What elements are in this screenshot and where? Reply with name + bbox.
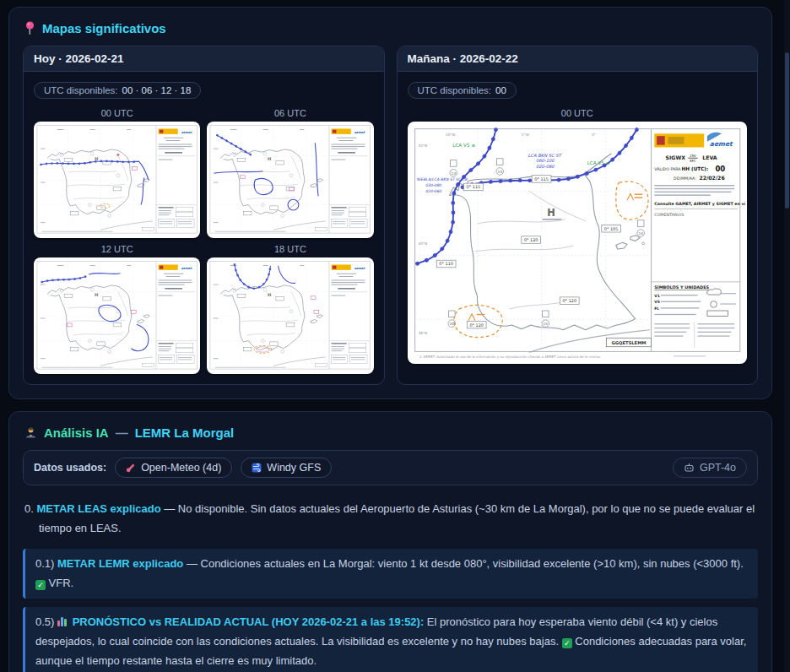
- weather-map-large-00[interactable]: 10°W 5°W 0° 45°N 40°N 36°N: [408, 122, 748, 364]
- svg-text:V1: V1: [654, 294, 659, 298]
- analysis-item: 0.5) PRONÓSTICO vs REALIDAD ACTUAL (HOY …: [23, 607, 758, 672]
- analysis-item-number: 0.5): [35, 615, 57, 628]
- panel-today-body: UTC disponibles: 00 · 06 · 12 · 18 00 UT…: [24, 72, 384, 384]
- check-icon: ✓: [35, 580, 46, 590]
- analysis-item-term: PRONÓSTICO vs REALIDAD ACTUAL (HOY 2026-…: [73, 615, 425, 628]
- analysis-item: 0.1) METAR LEMR explicado — Condiciones …: [23, 549, 758, 599]
- robot-icon: [684, 463, 695, 473]
- svg-text:060-100: 060-100: [535, 158, 554, 163]
- utc-available-values: 00 · 06 · 12 · 18: [122, 85, 192, 95]
- svg-text:© AEMET. Autorizado el uso de: © AEMET. Autorizado el uso de la informa…: [419, 355, 601, 359]
- weather-map-thumbnail-18[interactable]: [207, 257, 373, 374]
- analysis-list: 0. METAR LEAS explicado — No disponible.…: [23, 499, 758, 672]
- svg-text:LCA V5 ≡: LCA V5 ≡: [587, 160, 609, 165]
- panel-tomorrow: Mañana · 2026-02-22 UTC disponibles: 00 …: [397, 46, 759, 385]
- check-icon: ✓: [562, 638, 572, 648]
- svg-text:COMENTARIOS: COMENTARIOS: [654, 213, 684, 217]
- thermometer-icon: [126, 463, 136, 473]
- svg-text:aemet: aemet: [709, 140, 733, 148]
- person-analyst-icon: [24, 426, 37, 439]
- svg-text:020-080: 020-080: [535, 164, 554, 169]
- scrollbar-track[interactable]: [784, 0, 790, 672]
- windy-icon: [252, 463, 262, 473]
- svg-text:13: 13: [497, 170, 502, 174]
- data-sources-label: Datos usados:: [34, 462, 106, 474]
- svg-text:LCA BKN SC ST: LCA BKN SC ST: [528, 153, 562, 158]
- map-caption: 00 UTC: [408, 108, 748, 118]
- scrollbar-thumb[interactable]: [785, 52, 789, 209]
- analysis-item-number: 0.: [24, 502, 36, 515]
- svg-text:LEVA: LEVA: [702, 154, 717, 160]
- svg-text:SFC: SFC: [690, 159, 696, 163]
- svg-text:13: 13: [451, 171, 456, 176]
- utc-available-values: 00: [495, 85, 506, 95]
- svg-text:VÁLIDO PARA: VÁLIDO PARA: [654, 166, 681, 171]
- svg-text:VS: VS: [654, 300, 660, 304]
- map-caption: 18 UTC: [207, 244, 373, 254]
- map-caption: 00 UTC: [34, 108, 200, 118]
- analysis-title-text: Análisis IA: [44, 425, 109, 440]
- analysis-item: 0. METAR LEAS explicado — No disponible.…: [24, 499, 756, 539]
- source-chip-label: Windy GFS: [267, 462, 321, 474]
- map-panels: Hoy · 2026-02-21 UTC disponibles: 00 · 0…: [23, 46, 758, 385]
- svg-text:0° 105: 0° 105: [603, 226, 618, 231]
- svg-text:45°N: 45°N: [418, 144, 427, 148]
- utc-available-label: UTC disponibles:: [44, 85, 118, 95]
- svg-text:14: 14: [638, 231, 643, 236]
- svg-text:SIGWX: SIGWX: [665, 154, 685, 160]
- analysis-item-term: METAR LEMR explicado: [57, 557, 183, 570]
- weather-map-thumbnail-12[interactable]: [34, 257, 200, 374]
- svg-text:H: H: [547, 207, 555, 219]
- analysis-title-airport: LEMR La Morgal: [135, 425, 235, 440]
- svg-text:0°: 0°: [592, 133, 596, 137]
- svg-text:NIEBLA/LCA BKN ST SC CB: NIEBLA/LCA BKN ST SC CB: [416, 177, 468, 182]
- source-chip-open-meteo[interactable]: Open-Meteo (4d): [115, 458, 232, 478]
- analysis-section-title: Análisis IA — LEMR La Morgal: [24, 425, 758, 440]
- svg-text:DD/MM/AA:: DD/MM/AA:: [674, 176, 696, 181]
- source-chip-windy[interactable]: Windy GFS: [241, 458, 332, 478]
- svg-text:0° 120: 0° 120: [523, 237, 538, 242]
- map-cell-18utc: 18 UTC: [207, 241, 373, 374]
- analysis-item-term: METAR LEAS explicado: [36, 502, 160, 515]
- svg-text:LCA V5 ≡: LCA V5 ≡: [452, 143, 475, 148]
- panel-today-header: Hoy · 2026-02-21: [24, 46, 384, 72]
- svg-text:0° 115: 0° 115: [466, 184, 480, 189]
- utc-available-pill-today: UTC disponibles: 00 · 06 · 12 · 18: [34, 82, 201, 99]
- utc-available-pill-tomorrow: UTC disponibles: 00: [408, 82, 517, 99]
- svg-text:36°N: 36°N: [418, 331, 427, 335]
- svg-text:FL: FL: [654, 306, 659, 311]
- panel-today: Hoy · 2026-02-21 UTC disponibles: 00 · 0…: [23, 46, 385, 385]
- maps-section: Mapas significativos Hoy · 2026-02-21 UT…: [8, 7, 772, 399]
- bar-chart-icon: [57, 617, 68, 626]
- model-chip-label: GPT-4o: [700, 462, 736, 474]
- source-chip-label: Open-Meteo (4d): [141, 462, 221, 474]
- maps-section-title: Mapas significativos: [24, 21, 758, 35]
- svg-text:00: 00: [715, 165, 725, 173]
- weather-map-thumbnail-00[interactable]: [34, 122, 200, 238]
- svg-text:0° 120: 0° 120: [469, 322, 484, 328]
- panel-tomorrow-body: UTC disponibles: 00 00 UTC 10°W: [398, 72, 758, 374]
- maps-section-title-text: Mapas significativos: [42, 21, 166, 35]
- svg-text:0° 110: 0° 110: [439, 262, 453, 267]
- analysis-section: Análisis IA — LEMR La Morgal Datos usado…: [8, 411, 772, 672]
- svg-text:GGQETSLEMM: GGQETSLEMM: [611, 340, 646, 345]
- panel-tomorrow-header: Mañana · 2026-02-22: [398, 46, 758, 72]
- svg-text:10: 10: [449, 322, 454, 326]
- map-cell-00utc: 00 UTC: [34, 106, 200, 238]
- svg-text:5°W: 5°W: [521, 133, 529, 137]
- svg-text:SÍMBOLOS Y UNIDADES: SÍMBOLOS Y UNIDADES: [654, 285, 709, 290]
- pushpin-icon: [24, 21, 35, 35]
- model-chip-gpt4o: GPT-4o: [673, 458, 747, 478]
- map-caption: 06 UTC: [207, 108, 373, 118]
- svg-text:0° 120: 0° 120: [562, 298, 576, 303]
- title-dash: —: [116, 425, 128, 440]
- data-sources-bar: Datos usados: Open-Meteo (4d) Windy GFS: [23, 450, 758, 485]
- svg-text:0° 115: 0° 115: [534, 176, 549, 182]
- svg-text:150: 150: [690, 154, 696, 158]
- data-sources-left: Datos usados: Open-Meteo (4d) Windy GFS: [34, 458, 332, 478]
- weather-map-thumbnail-06[interactable]: [207, 122, 373, 238]
- svg-text:HH (UTC):: HH (UTC):: [681, 166, 708, 171]
- svg-text:40°N: 40°N: [418, 241, 427, 246]
- map-caption: 12 UTC: [34, 244, 200, 254]
- map-cell-06utc: 06 UTC: [207, 106, 373, 238]
